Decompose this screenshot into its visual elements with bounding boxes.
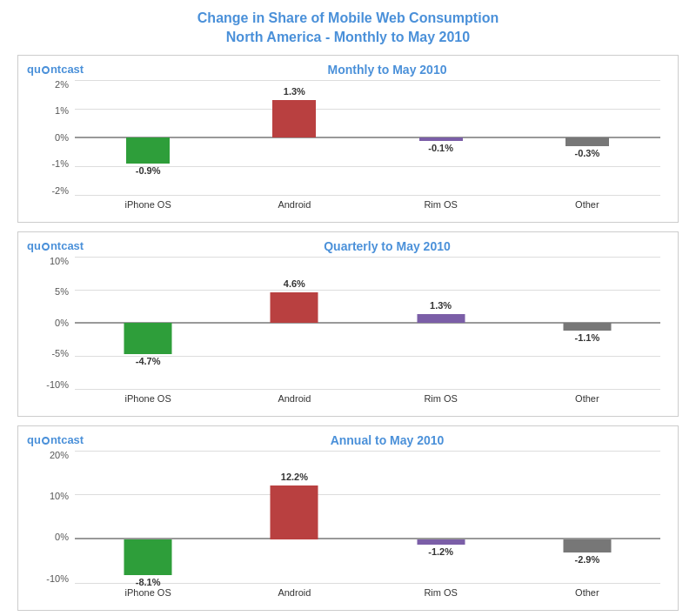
x-label-1-3: Other bbox=[514, 393, 660, 404]
chart-section-2: quntcastAnnual to May 201020%10%0%-10%-8… bbox=[17, 425, 679, 611]
x-labels-2: iPhone OSAndroidRim OSOther bbox=[75, 587, 660, 598]
bar-group-2-2: -1.2% bbox=[368, 451, 514, 584]
section-title-2: Annual to May 2010 bbox=[105, 433, 669, 447]
x-labels-1: iPhone OSAndroidRim OSOther bbox=[75, 393, 660, 404]
bar-1-0 bbox=[124, 323, 172, 354]
bar-1-1 bbox=[271, 292, 318, 323]
y-label-0-0: 2% bbox=[30, 80, 69, 90]
bar-0-3 bbox=[566, 137, 609, 146]
bar-0-0 bbox=[126, 137, 170, 164]
bar-group-1-2: 1.3% bbox=[368, 257, 514, 390]
x-label-1-2: Rim OS bbox=[368, 393, 514, 404]
y-label-2-0: 20% bbox=[30, 451, 69, 460]
chart-area-0: 2%1%0%-1%-2%-0.9%1.3%-0.1%-0.3%iPhone OS… bbox=[75, 80, 660, 215]
bars-container-1: -4.7%4.6%1.3%-1.1% bbox=[75, 257, 660, 390]
bar-group-0-3: -0.3% bbox=[514, 80, 660, 196]
x-label-0-3: Other bbox=[514, 199, 660, 210]
charts-container: quntcastMonthly to May 20102%1%0%-1%-2%-… bbox=[17, 55, 679, 611]
bar-label-2-0: -8.1% bbox=[75, 577, 221, 587]
y-axis-2: 20%10%0%-10% bbox=[30, 451, 69, 584]
y-label-2-3: -10% bbox=[30, 574, 69, 584]
y-label-2-1: 10% bbox=[30, 492, 69, 501]
main-title-line2: North America - Monthly to May 2010 bbox=[17, 28, 679, 47]
y-label-0-2: 0% bbox=[30, 133, 69, 143]
section-title-0: Monthly to May 2010 bbox=[105, 63, 669, 77]
bar-1-2 bbox=[417, 314, 465, 323]
bar-group-2-0: -8.1% bbox=[75, 451, 221, 584]
bar-label-0-1: 1.3% bbox=[221, 86, 367, 97]
bar-label-0-3: -0.3% bbox=[514, 148, 660, 158]
bars-container-2: -8.1%12.2%-1.2%-2.9% bbox=[75, 451, 660, 584]
y-label-0-1: 1% bbox=[30, 106, 69, 116]
bar-group-0-0: -0.9% bbox=[75, 80, 221, 196]
y-label-1-3: -5% bbox=[30, 349, 69, 358]
bar-label-0-2: -0.1% bbox=[368, 143, 514, 153]
bar-group-1-3: -1.1% bbox=[514, 257, 660, 390]
x-label-2-1: Android bbox=[221, 587, 367, 598]
quantcast-logo: quntcast bbox=[27, 239, 105, 252]
bar-label-1-1: 4.6% bbox=[221, 278, 367, 289]
bar-label-1-0: -4.7% bbox=[75, 356, 221, 366]
bar-group-2-1: 12.2% bbox=[221, 451, 367, 584]
y-label-1-1: 5% bbox=[30, 287, 69, 297]
bar-2-0 bbox=[124, 539, 172, 575]
bar-group-1-0: -4.7% bbox=[75, 257, 221, 390]
section-title-1: Quarterly to May 2010 bbox=[105, 239, 669, 253]
bar-1-3 bbox=[563, 323, 611, 330]
bar-label-0-0: -0.9% bbox=[75, 165, 221, 176]
section-header-0: quntcastMonthly to May 2010 bbox=[27, 63, 669, 77]
bar-2-2 bbox=[417, 539, 465, 545]
bar-group-0-2: -0.1% bbox=[368, 80, 514, 196]
bar-group-2-3: -2.9% bbox=[514, 451, 660, 584]
y-label-2-2: 0% bbox=[30, 532, 69, 542]
x-label-0-2: Rim OS bbox=[368, 199, 514, 210]
bar-2-1 bbox=[271, 485, 318, 539]
quantcast-logo: quntcast bbox=[27, 63, 105, 76]
x-label-1-1: Android bbox=[221, 393, 367, 404]
x-label-0-0: iPhone OS bbox=[75, 199, 221, 210]
section-header-1: quntcastQuarterly to May 2010 bbox=[27, 239, 669, 253]
chart-section-1: quntcastQuarterly to May 201010%5%0%-5%-… bbox=[17, 231, 679, 417]
y-axis-0: 2%1%0%-1%-2% bbox=[30, 80, 69, 196]
y-label-0-3: -1% bbox=[30, 159, 69, 169]
chart-area-1: 10%5%0%-5%-10%-4.7%4.6%1.3%-1.1%iPhone O… bbox=[75, 257, 660, 409]
x-labels-0: iPhone OSAndroidRim OSOther bbox=[75, 199, 660, 210]
y-label-0-4: -2% bbox=[30, 186, 69, 196]
quantcast-logo: quntcast bbox=[27, 433, 105, 446]
x-label-2-2: Rim OS bbox=[368, 587, 514, 598]
chart-area-2: 20%10%0%-10%-8.1%12.2%-1.2%-2.9%iPhone O… bbox=[75, 451, 660, 603]
y-axis-1: 10%5%0%-5%-10% bbox=[30, 257, 69, 390]
y-label-1-0: 10% bbox=[30, 257, 69, 266]
main-title-line1: Change in Share of Mobile Web Consumptio… bbox=[17, 9, 679, 28]
y-label-1-2: 0% bbox=[30, 318, 69, 328]
y-label-1-4: -10% bbox=[30, 380, 69, 390]
bar-0-2 bbox=[419, 137, 463, 140]
bar-label-2-2: -1.2% bbox=[368, 546, 514, 557]
bar-group-1-1: 4.6% bbox=[221, 257, 367, 390]
chart-section-0: quntcastMonthly to May 20102%1%0%-1%-2%-… bbox=[17, 55, 679, 223]
bar-0-1 bbox=[272, 100, 316, 137]
bar-label-1-3: -1.1% bbox=[514, 332, 660, 343]
bar-label-1-2: 1.3% bbox=[368, 300, 514, 311]
bar-group-0-1: 1.3% bbox=[221, 80, 367, 196]
x-label-2-3: Other bbox=[514, 587, 660, 598]
page-wrapper: Change in Share of Mobile Web Consumptio… bbox=[0, 0, 696, 616]
x-label-0-1: Android bbox=[221, 199, 367, 210]
bar-2-3 bbox=[563, 539, 611, 552]
bar-label-2-3: -2.9% bbox=[514, 554, 660, 565]
bars-container-0: -0.9%1.3%-0.1%-0.3% bbox=[75, 80, 660, 196]
x-label-1-0: iPhone OS bbox=[75, 393, 221, 404]
bar-label-2-1: 12.2% bbox=[221, 472, 367, 482]
section-header-2: quntcastAnnual to May 2010 bbox=[27, 433, 669, 447]
main-title: Change in Share of Mobile Web Consumptio… bbox=[17, 9, 679, 48]
x-label-2-0: iPhone OS bbox=[75, 587, 221, 598]
